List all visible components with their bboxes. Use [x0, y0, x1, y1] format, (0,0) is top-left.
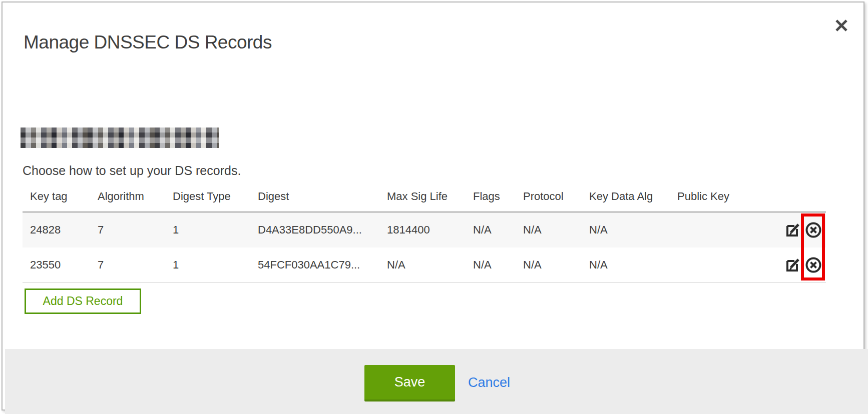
cell-key-data-alg: N/A	[582, 224, 670, 236]
col-header-algorithm: Algorithm	[90, 190, 165, 203]
delete-circle-x-icon	[805, 222, 822, 238]
table-row: 24828 7 1 D4A33E8DD550A9... 1814400 N/A …	[23, 212, 826, 248]
save-button[interactable]: Save	[364, 365, 455, 402]
cell-flags: N/A	[466, 258, 516, 272]
cell-digest: 54FCF030AA1C79...	[250, 258, 379, 272]
ds-records-table: Key tag Algorithm Digest Type Digest Max…	[23, 182, 826, 283]
col-header-key-data-alg: Key Data Alg	[582, 190, 670, 203]
cell-algorithm: 7	[90, 224, 165, 236]
edit-record-button[interactable]	[784, 222, 801, 238]
x-mark-icon	[833, 18, 849, 34]
delete-circle-x-icon	[805, 256, 822, 274]
redacted-domain-name	[21, 128, 219, 148]
page-title: Manage DNSSEC DS Records	[24, 32, 272, 53]
dialog-footer: Save Cancel	[5, 349, 868, 414]
cancel-link[interactable]: Cancel	[468, 375, 510, 390]
col-header-max-sig-life: Max Sig Life	[379, 190, 466, 203]
cell-key-data-alg: N/A	[582, 258, 670, 272]
delete-record-button[interactable]	[805, 222, 822, 238]
cell-key-tag: 24828	[23, 224, 90, 236]
cell-algorithm: 7	[90, 258, 165, 272]
edit-pencil-icon	[784, 222, 801, 238]
cell-max-sig-life: N/A	[379, 258, 466, 272]
col-header-key-tag: Key tag	[23, 190, 90, 203]
col-header-public-key: Public Key	[670, 190, 778, 203]
add-ds-record-button[interactable]: Add DS Record	[25, 288, 141, 314]
subtitle-text: Choose how to set up your DS records.	[23, 164, 241, 178]
edit-record-button[interactable]	[784, 256, 801, 274]
cell-digest-type: 1	[165, 224, 250, 236]
row-actions	[778, 256, 826, 274]
row-actions	[778, 222, 826, 238]
cell-protocol: N/A	[516, 224, 582, 236]
col-header-digest-type: Digest Type	[165, 190, 250, 203]
cell-digest-type: 1	[165, 258, 250, 272]
delete-record-button[interactable]	[805, 256, 822, 274]
table-row: 23550 7 1 54FCF030AA1C79... N/A N/A N/A …	[23, 248, 826, 283]
close-icon[interactable]	[833, 18, 849, 34]
cell-protocol: N/A	[516, 258, 582, 272]
cell-key-tag: 23550	[23, 258, 90, 272]
dnssec-dialog: Manage DNSSEC DS Records Choose how to s…	[2, 2, 864, 410]
col-header-flags: Flags	[466, 190, 516, 203]
cell-max-sig-life: 1814400	[379, 224, 466, 236]
cell-digest: D4A33E8DD550A9...	[250, 224, 379, 236]
col-header-digest: Digest	[250, 190, 379, 203]
table-header-row: Key tag Algorithm Digest Type Digest Max…	[23, 182, 826, 212]
edit-pencil-icon	[784, 256, 801, 274]
col-header-protocol: Protocol	[516, 190, 582, 203]
cell-flags: N/A	[466, 224, 516, 236]
